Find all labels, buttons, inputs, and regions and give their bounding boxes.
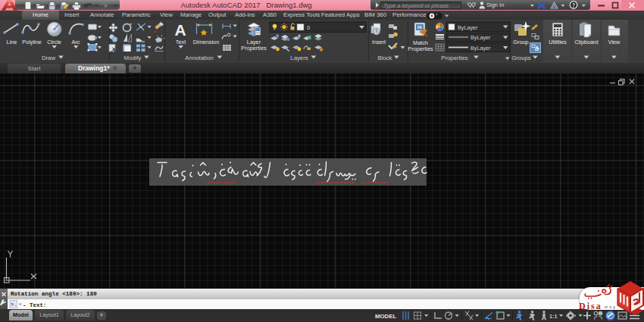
svg-text:View: View (608, 39, 621, 45)
svg-text:Block: Block (377, 55, 392, 61)
svg-text:Modify: Modify (124, 55, 142, 61)
svg-text:ByLayer: ByLayer (458, 24, 478, 31)
svg-text:MODEL: MODEL (375, 313, 396, 320)
svg-text:Annotation: Annotation (185, 55, 213, 61)
svg-text:Text: Text (176, 39, 186, 45)
svg-text:Draw: Draw (42, 55, 56, 61)
svg-text:Circle: Circle (47, 39, 61, 45)
svg-text:Layers: Layers (290, 55, 308, 61)
svg-text:Disa: Disa (579, 301, 602, 311)
svg-text:Properties: Properties (408, 45, 433, 52)
svg-text:Properties: Properties (441, 55, 468, 61)
svg-text:Polyline: Polyline (22, 39, 42, 45)
svg-text:Clipboard: Clipboard (574, 39, 598, 45)
svg-text:Utilities: Utilities (549, 39, 567, 45)
svg-text:m a g: m a g (605, 305, 615, 309)
svg-text:1:1: 1:1 (549, 313, 557, 320)
svg-text:Insert: Insert (372, 39, 386, 45)
svg-text:Dimension: Dimension (193, 39, 219, 45)
svg-text:A: A (174, 21, 186, 39)
svg-text:ByLayer: ByLayer (470, 34, 491, 41)
svg-text:ByLayer: ByLayer (470, 45, 491, 52)
svg-text:0: 0 (307, 24, 310, 31)
svg-text:Arc: Arc (72, 39, 80, 45)
svg-text:Groups: Groups (511, 55, 531, 61)
svg-text:>.: >. (11, 302, 17, 308)
svg-text:Group: Group (513, 39, 528, 45)
svg-text:Properties: Properties (241, 45, 267, 52)
svg-text:- Text:: - Text: (23, 302, 47, 308)
svg-text:Line: Line (7, 39, 17, 45)
svg-text:?: ? (572, 2, 575, 9)
